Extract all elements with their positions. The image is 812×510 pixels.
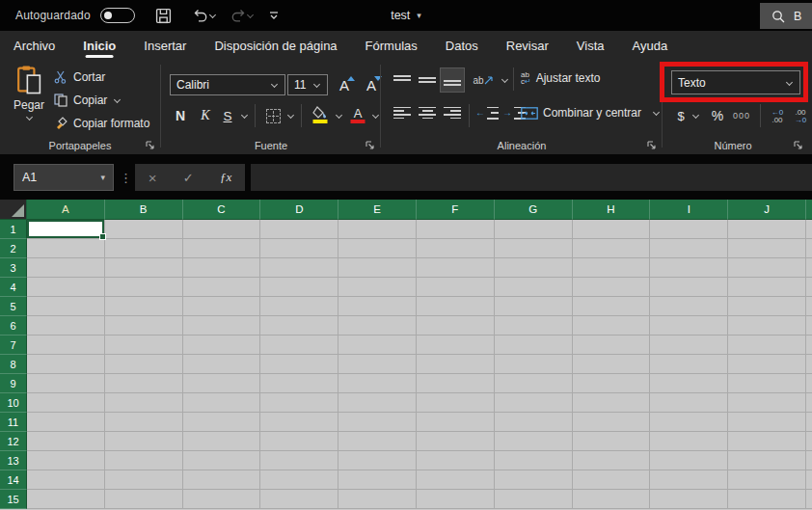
cell-B12[interactable] [105,432,183,451]
cell-A13[interactable] [27,451,105,470]
cell-I12[interactable] [650,432,728,451]
column-header-G[interactable]: G [495,200,573,220]
cell-G12[interactable] [495,432,573,451]
italic-button[interactable]: K [195,103,216,128]
align-middle-button[interactable] [415,67,440,93]
cell-D12[interactable] [260,432,338,451]
cell-C7[interactable] [183,336,261,355]
cell-F6[interactable] [417,316,495,336]
cell-F4[interactable] [417,278,495,297]
cell-H5[interactable] [573,297,651,316]
cell-B7[interactable] [105,336,183,355]
cell-I7[interactable] [650,336,728,355]
search-box[interactable]: B [760,3,812,29]
cell-G3[interactable] [495,258,573,278]
undo-dropdown-icon[interactable] [208,12,217,19]
cell-D9[interactable] [260,374,338,393]
format-painter-button[interactable]: Copiar formato [54,114,149,133]
column-header-E[interactable]: E [338,200,417,220]
cell-H6[interactable] [573,316,651,336]
cell-B6[interactable] [105,316,183,336]
tab-datos[interactable]: Datos [446,31,478,60]
row-header-2[interactable]: 2 [0,239,27,258]
cell-A15[interactable] [27,490,105,509]
cell-H9[interactable] [573,374,651,393]
cell-F14[interactable] [417,470,495,490]
cell-E10[interactable] [338,393,417,413]
align-left-button[interactable] [390,100,415,125]
cell-D2[interactable] [260,239,338,258]
cell-I13[interactable] [650,451,728,470]
customize-toolbar-button[interactable] [261,3,286,28]
cell-F13[interactable] [417,451,495,470]
cell-J8[interactable] [728,355,806,374]
font-dialog-launcher[interactable] [365,140,376,151]
cell-I9[interactable] [650,374,728,393]
tab-ayuda[interactable]: Ayuda [633,31,668,60]
cell-E15[interactable] [338,490,417,509]
cell-E14[interactable] [338,470,417,490]
cell-A4[interactable] [27,278,105,297]
select-all-button[interactable] [0,200,27,220]
cell-E9[interactable] [338,374,417,393]
cell-A2[interactable] [27,239,105,258]
cell-D13[interactable] [260,451,338,470]
copy-dropdown-icon[interactable] [113,96,122,104]
orientation-button[interactable]: ab [469,67,498,93]
cell-E1[interactable] [338,220,417,239]
currency-format-button[interactable]: $ [673,103,689,128]
row-header-4[interactable]: 4 [0,278,27,297]
name-box[interactable]: A1 ▾ [14,164,114,191]
save-button[interactable] [149,3,178,28]
insert-function-button[interactable]: ƒx [220,170,231,185]
cell-B15[interactable] [105,490,183,509]
clipboard-dialog-launcher[interactable] [145,140,156,151]
cell-G11[interactable] [495,413,573,432]
tab-archivo[interactable]: Archivo [14,31,55,60]
cell-F3[interactable] [417,258,495,278]
cell-E8[interactable] [338,355,417,374]
cell-F12[interactable] [417,432,495,451]
bold-button[interactable]: N [170,103,191,128]
cell-C1[interactable] [183,220,261,239]
cell-D3[interactable] [260,258,338,278]
cell-H14[interactable] [573,470,651,490]
cell-D11[interactable] [260,413,338,432]
align-center-button[interactable] [415,100,440,125]
cell-A10[interactable] [27,393,105,413]
cell-I3[interactable] [650,258,728,278]
paste-dropdown-icon[interactable] [25,114,34,121]
thousands-format-button[interactable]: 000 [729,103,754,128]
cell-C4[interactable] [183,278,261,297]
cell-G4[interactable] [495,278,573,297]
cell-A11[interactable] [27,413,105,432]
cut-button[interactable]: Cortar [54,67,105,87]
cell-G5[interactable] [495,297,573,316]
cell-I1[interactable] [650,220,728,239]
cell-G9[interactable] [495,374,573,393]
cell-B10[interactable] [105,393,183,413]
cell-C14[interactable] [183,470,261,490]
align-top-button[interactable] [390,67,415,93]
cell-J10[interactable] [728,393,806,413]
cell-J3[interactable] [728,258,806,278]
number-format-combobox[interactable]: Texto [671,70,800,94]
cell-H1[interactable] [573,220,651,239]
cell-G7[interactable] [495,336,573,355]
cell-I4[interactable] [650,278,728,297]
column-header-D[interactable]: D [260,200,338,220]
cell-E2[interactable] [338,239,417,258]
wrap-text-button[interactable]: abc↵ Ajustar texto [521,71,600,85]
cell-J13[interactable] [728,451,806,470]
cell-E12[interactable] [338,432,417,451]
decrease-indent-button[interactable]: ← [474,100,500,125]
redo-dropdown-icon[interactable] [246,12,255,19]
cell-H11[interactable] [573,413,651,432]
cell-A14[interactable] [27,470,105,490]
column-header-I[interactable]: I [650,200,728,220]
align-right-button[interactable] [440,100,465,125]
cell-D4[interactable] [260,278,338,297]
cell-J6[interactable] [728,316,806,336]
currency-format-dropdown[interactable] [689,103,702,128]
cell-I6[interactable] [650,316,728,336]
